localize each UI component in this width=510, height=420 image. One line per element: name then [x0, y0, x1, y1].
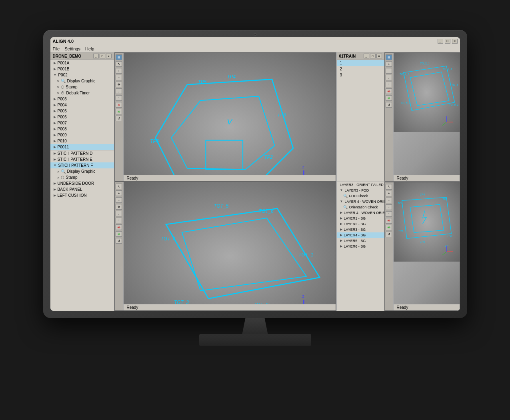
- vp-br-zoomout[interactable]: −: [386, 198, 392, 203]
- layer5-bg[interactable]: ▶LAYER5 - BG: [337, 238, 384, 244]
- vp-bl-status: Ready: [124, 304, 336, 310]
- tree-p001a[interactable]: ▶P001A: [50, 60, 114, 66]
- bottom-viewport-row: ↖ + − ✥ ↓ ↑ ✳ ✳ ↺: [114, 182, 336, 311]
- vp-br-zoomin[interactable]: +: [386, 191, 392, 196]
- vp-tl-cursor[interactable]: ↖: [116, 61, 122, 67]
- vp-bl-rotate[interactable]: ↺: [116, 238, 122, 244]
- tree-p002-debulk[interactable]: ○⏱Debulk Timer: [50, 90, 114, 96]
- vp-tr-down[interactable]: ↓: [386, 75, 392, 80]
- svg-text:TG_3_1: TG_3_1: [420, 62, 430, 65]
- left-close[interactable]: ×: [106, 54, 112, 58]
- right-item-2[interactable]: 2: [337, 66, 384, 72]
- vp-br-cursor[interactable]: ↖: [386, 184, 392, 190]
- vp-tr-laser-red[interactable]: ✳: [386, 88, 392, 94]
- tree-left-cushion[interactable]: ▶LEFT CUSHION: [50, 192, 114, 198]
- left-maximize[interactable]: □: [100, 54, 105, 58]
- layer-orient-check[interactable]: 🔍Orientation Check: [337, 204, 384, 210]
- tree-stich-f-stamp[interactable]: ○⬡Stamp: [50, 174, 114, 180]
- vp-tl-rotate[interactable]: ↺: [116, 116, 122, 121]
- tree-p008[interactable]: ▶P008: [50, 126, 114, 132]
- tree-p002[interactable]: ▼P002: [50, 72, 114, 78]
- tree-p006[interactable]: ▶P006: [50, 114, 114, 120]
- vp-tl-up[interactable]: ↑: [116, 95, 122, 101]
- vp-tl-down[interactable]: ↓: [116, 88, 122, 94]
- right-min[interactable]: _: [364, 54, 369, 58]
- tree-p001b[interactable]: ▶P001B: [50, 66, 114, 72]
- layer6-bg[interactable]: ▶LAYER6 - BG: [337, 244, 384, 249]
- vp-tr-zoomout[interactable]: −: [386, 68, 392, 74]
- vp-bl-cursor[interactable]: ↖: [116, 184, 122, 189]
- vp-bl-zoomout[interactable]: −: [116, 197, 122, 203]
- left-panel: DRONE_DEMO _ □ × ▶P001A ▶P00: [50, 52, 114, 311]
- top-viewport-row: ⊞ ↖ + − ✥ ↓ ↑ ✳ ✳ ↺: [114, 52, 336, 182]
- vp-br-up[interactable]: ↑: [386, 211, 392, 217]
- vp-bl-up[interactable]: ↑: [116, 218, 122, 223]
- vp-bl-laser-green[interactable]: ✳: [116, 231, 122, 237]
- tree-p009[interactable]: ▶P009: [50, 132, 114, 138]
- vp-tl-zoomout[interactable]: −: [116, 75, 122, 80]
- right-close[interactable]: ×: [376, 54, 382, 58]
- tree-back-panel[interactable]: ▶BACK PANEL: [50, 186, 114, 192]
- svg-text:TGT_1: TGT_1: [298, 252, 313, 258]
- svg-text:TP4: TP4: [420, 193, 425, 196]
- vp-tr-up[interactable]: ↑: [386, 82, 392, 87]
- vp-tl-move[interactable]: ✥: [116, 82, 122, 87]
- tree-p003[interactable]: ▶P003: [50, 96, 114, 102]
- layer-fod[interactable]: ▼LAYER3 - FOD: [337, 188, 384, 193]
- svg-text:TGT_6: TGT_6: [258, 208, 273, 214]
- minimize-button[interactable]: _: [438, 39, 443, 44]
- menu-settings[interactable]: Settings: [64, 46, 80, 51]
- layer-fod-check[interactable]: 🔍FOD Check: [337, 193, 384, 199]
- vp-br-laser-green[interactable]: ✳: [386, 225, 392, 230]
- layer2-bg[interactable]: ▶LAYER2 - BG: [337, 221, 384, 227]
- vp-tr-grid[interactable]: ⊞: [386, 54, 392, 60]
- layer3-bg[interactable]: ▶LAYER3 - BG: [337, 227, 384, 232]
- monitor-neck: [239, 318, 271, 334]
- layer-woven-pass[interactable]: ▼LAYER 4 - WOVEN ORIENT PASS: [337, 199, 384, 204]
- menu-file[interactable]: File: [53, 46, 60, 51]
- vp-br-rotate[interactable]: ↺: [386, 232, 392, 237]
- tree-stich-d[interactable]: ▶STICH PATTERN D: [50, 150, 114, 156]
- svg-text:TGT_5: TGT_5: [214, 203, 228, 209]
- menu-help[interactable]: Help: [85, 46, 94, 51]
- vp-tl-laser-green[interactable]: ✳: [116, 109, 122, 114]
- vp-tr-laser-green[interactable]: ✳: [386, 95, 392, 101]
- tree-p004[interactable]: ▶P004: [50, 102, 114, 108]
- right-item-1[interactable]: 1: [337, 60, 384, 66]
- svg-text:TP1: TP1: [397, 201, 402, 204]
- tree-p005[interactable]: ▶P005: [50, 108, 114, 114]
- layer-orient-failed[interactable]: LAYER3 - ORIENT FAILED: [337, 182, 384, 188]
- tree-p002-display[interactable]: ○🔍Display Graphic: [50, 78, 114, 84]
- tree-underside[interactable]: ▶UNDERSIDE DOOR: [50, 180, 114, 186]
- vp-bl-move[interactable]: ✥: [116, 204, 122, 210]
- left-minimize[interactable]: _: [93, 54, 99, 58]
- vp-bl-zoomin[interactable]: +: [116, 190, 122, 196]
- tree-stich-e[interactable]: ▶STICH PATTERN E: [50, 156, 114, 162]
- vp-bl-laser-red[interactable]: ✳: [116, 224, 122, 230]
- vp-br-down[interactable]: ↓: [386, 204, 392, 210]
- layer4-bg[interactable]: ▶LAYER4 - BG: [337, 232, 384, 238]
- svg-text:TP6: TP6: [150, 138, 159, 144]
- right-panel-train: 01TRAIN _ □ × 1 2 3: [336, 52, 384, 182]
- vp-tl-laser-red[interactable]: ✳: [116, 102, 122, 108]
- tree-p007[interactable]: ▶P007: [50, 120, 114, 126]
- maximize-button[interactable]: □: [445, 39, 450, 44]
- vp-bl-down[interactable]: ↓: [116, 211, 122, 216]
- tree-p011[interactable]: ▶P0011: [50, 144, 114, 150]
- right-item-3[interactable]: 3: [337, 72, 384, 78]
- right-panel-buttons: _ □ ×: [364, 54, 382, 58]
- layer-woven-fail[interactable]: ▶LAYER 4 - WOVEN ORIENT FAIL: [337, 210, 384, 216]
- tree-stich-f-display[interactable]: ○🔍Display Graphic: [50, 168, 114, 174]
- vp-br-laser-red[interactable]: ✳: [386, 218, 392, 224]
- tree-p010[interactable]: ▶P010: [50, 138, 114, 144]
- layer1-bg[interactable]: ▶LAYER1 - BG: [337, 216, 384, 221]
- vp-tl-grid[interactable]: ⊞: [116, 54, 122, 60]
- right-max[interactable]: □: [370, 54, 376, 58]
- vp-tl-zoomin[interactable]: +: [116, 68, 122, 74]
- close-button[interactable]: ×: [452, 39, 458, 44]
- tree-p002-stamp[interactable]: ○⬡Stamp: [50, 84, 114, 90]
- vp-tl-status: Ready: [124, 175, 336, 181]
- vp-tr-rotate[interactable]: ↺: [386, 102, 392, 108]
- vp-tr-zoomin[interactable]: +: [386, 61, 392, 67]
- tree-stich-f[interactable]: ▼STICH PATTERN F: [50, 162, 114, 168]
